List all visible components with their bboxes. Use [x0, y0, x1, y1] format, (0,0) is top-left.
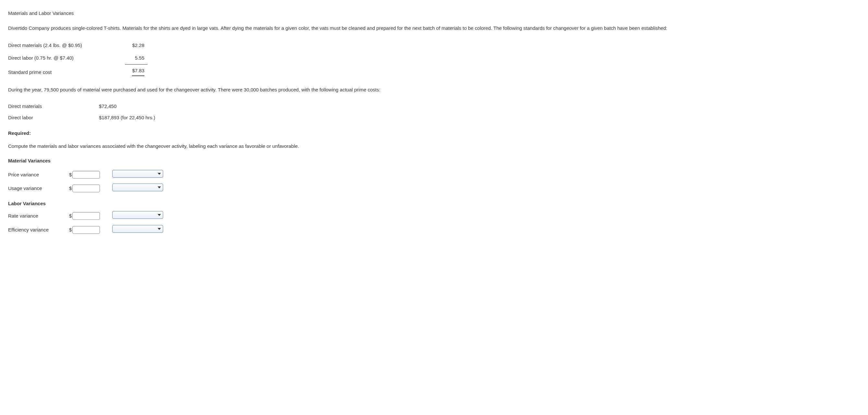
chevron-down-icon: [158, 173, 161, 175]
rate-variance-select[interactable]: [112, 211, 163, 219]
standards-spc-value: $7.83: [132, 67, 144, 76]
labor-variances-header: Labor Variances: [8, 195, 166, 210]
during-paragraph: During the year, 79,500 pounds of materi…: [8, 85, 860, 95]
price-variance-select[interactable]: [112, 170, 163, 178]
usage-variance-label: Usage variance: [8, 182, 69, 195]
standards-spc-value-cell: $7.83: [125, 65, 148, 79]
price-variance-input[interactable]: [72, 171, 100, 179]
rate-variance-row: Rate variance $: [8, 209, 166, 223]
chevron-down-icon: [158, 228, 161, 230]
actual-dm-label: Direct materials: [8, 101, 99, 112]
actual-dl-label: Direct labor: [8, 112, 99, 124]
usage-variance-select[interactable]: [112, 184, 163, 191]
standards-spc-label: Standard prime cost: [8, 65, 125, 79]
efficiency-variance-select[interactable]: [112, 225, 163, 233]
variance-table: Price variance $ Usage variance $ Labor …: [8, 168, 166, 237]
rate-variance-input[interactable]: [72, 212, 100, 220]
actual-dm-value: $72,450: [99, 101, 158, 112]
currency-symbol: $: [69, 186, 72, 191]
chevron-down-icon: [158, 186, 161, 188]
efficiency-variance-label: Efficiency variance: [8, 223, 69, 237]
price-variance-row: Price variance $: [8, 168, 166, 182]
currency-symbol: $: [69, 227, 72, 232]
intro-paragraph: Divertido Company produces single-colore…: [8, 24, 860, 33]
chevron-down-icon: [158, 214, 161, 216]
currency-symbol: $: [69, 172, 72, 177]
required-text: Compute the materials and labor variance…: [8, 142, 860, 151]
actual-table: Direct materials $72,450 Direct labor $1…: [8, 101, 158, 123]
standards-table: Direct materials (2.4 lbs. @ $0.95) $2.2…: [8, 39, 148, 79]
rate-variance-label: Rate variance: [8, 209, 69, 223]
actual-dl-value: $187,893 (for 22,450 hrs.): [99, 112, 158, 124]
page-title: Materials and Labor Variances: [8, 10, 860, 17]
currency-symbol: $: [69, 213, 72, 219]
standards-dl-label: Direct labor (0.75 hr. @ $7.40): [8, 52, 125, 65]
standards-dm-value: $2.28: [125, 39, 148, 52]
usage-variance-row: Usage variance $: [8, 182, 166, 195]
required-label: Required:: [8, 130, 860, 137]
efficiency-variance-input[interactable]: [72, 226, 100, 234]
price-variance-label: Price variance: [8, 168, 69, 182]
material-variances-header: Material Variances: [8, 157, 860, 165]
usage-variance-input[interactable]: [72, 185, 100, 192]
standards-dl-value: 5.55: [125, 52, 148, 65]
efficiency-variance-row: Efficiency variance $: [8, 223, 166, 237]
standards-dm-label: Direct materials (2.4 lbs. @ $0.95): [8, 39, 125, 52]
